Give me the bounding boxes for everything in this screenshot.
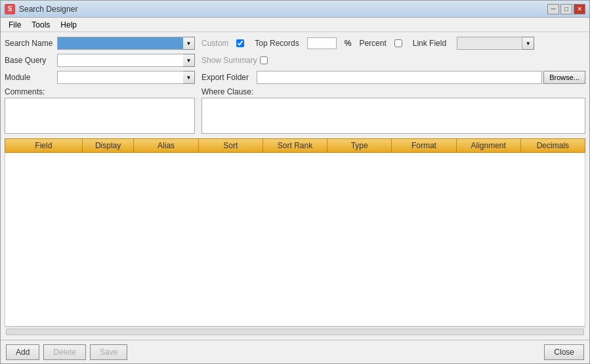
custom-row: Custom Top Records % Percent Link Field … xyxy=(201,36,585,51)
show-summary-checkbox[interactable] xyxy=(260,56,268,64)
comments-section: Comments: xyxy=(5,87,195,136)
bottom-bar: Add Delete Save Close xyxy=(1,340,589,363)
link-field-dropdown-btn[interactable]: ▼ xyxy=(522,37,534,50)
title-buttons: ─ □ ✕ xyxy=(547,4,585,14)
title-bar: S Search Designer ─ □ ✕ xyxy=(1,1,589,18)
link-field-dropdown-wrapper: ▼ xyxy=(457,37,534,50)
search-name-dropdown-wrapper: ▼ xyxy=(57,37,195,50)
main-window: S Search Designer ─ □ ✕ File Tools Help … xyxy=(0,0,590,364)
search-name-row: Search Name ▼ xyxy=(5,36,195,51)
show-summary-label: Show Summary xyxy=(201,56,257,65)
col-header-alignment[interactable]: Alignment xyxy=(457,139,521,152)
maximize-button[interactable]: □ xyxy=(560,4,572,14)
right-panel: Custom Top Records % Percent Link Field … xyxy=(201,36,585,136)
base-query-dropdown-btn[interactable]: ▼ xyxy=(183,54,195,67)
data-grid[interactable] xyxy=(5,153,585,327)
col-header-type[interactable]: Type xyxy=(327,139,392,152)
base-query-input[interactable] xyxy=(57,54,183,67)
percent-text-label: Percent xyxy=(359,39,386,48)
percent-checkbox[interactable] xyxy=(394,39,402,47)
base-query-row: Base Query ▼ xyxy=(5,53,195,68)
window-title: Search Designer xyxy=(19,5,547,14)
menu-tools[interactable]: Tools xyxy=(26,19,55,31)
base-query-dropdown-wrapper: ▼ xyxy=(57,54,195,67)
export-folder-input[interactable] xyxy=(257,71,542,84)
custom-label: Custom xyxy=(201,39,228,48)
save-button[interactable]: Save xyxy=(90,344,127,360)
menu-file[interactable]: File xyxy=(3,19,26,31)
module-dropdown-wrapper: ▼ xyxy=(57,71,195,84)
export-folder-row: Export Folder Browse... xyxy=(201,70,585,85)
delete-button[interactable]: Delete xyxy=(43,344,86,360)
menu-help[interactable]: Help xyxy=(55,19,82,31)
minimize-button[interactable]: ─ xyxy=(547,4,559,14)
top-section: Search Name ▼ Base Query ▼ Modul xyxy=(5,36,585,136)
col-header-field[interactable]: Field xyxy=(5,139,83,152)
col-header-decimals[interactable]: Decimals xyxy=(521,139,585,152)
search-name-dropdown-btn[interactable]: ▼ xyxy=(183,37,195,50)
col-header-format[interactable]: Format xyxy=(392,139,456,152)
module-input[interactable] xyxy=(57,71,183,84)
app-icon: S xyxy=(5,4,15,14)
show-summary-row: Show Summary xyxy=(201,53,585,68)
where-clause-section: Where Clause: xyxy=(201,87,585,136)
horizontal-scrollbar[interactable] xyxy=(6,329,584,335)
col-header-sort-rank[interactable]: Sort Rank xyxy=(263,139,327,152)
main-content: Search Name ▼ Base Query ▼ Modul xyxy=(1,32,589,340)
add-button[interactable]: Add xyxy=(6,344,39,360)
where-clause-label: Where Clause: xyxy=(201,87,585,96)
menu-bar: File Tools Help xyxy=(1,18,589,32)
horizontal-scrollbar-area xyxy=(5,327,585,336)
export-folder-label: Export Folder xyxy=(201,73,254,82)
close-button[interactable]: Close xyxy=(544,344,584,360)
link-field-label: Link Field xyxy=(413,39,446,48)
top-records-input[interactable] xyxy=(307,37,337,49)
percent-label: % xyxy=(345,39,352,48)
comments-label: Comments: xyxy=(5,87,195,96)
module-label: Module xyxy=(5,73,57,82)
left-panel: Search Name ▼ Base Query ▼ Modul xyxy=(5,36,195,136)
search-name-input[interactable] xyxy=(57,37,183,50)
col-header-sort[interactable]: Sort xyxy=(199,139,263,152)
bottom-left-buttons: Add Delete Save xyxy=(6,344,127,360)
base-query-label: Base Query xyxy=(5,56,57,65)
window-close-button[interactable]: ✕ xyxy=(574,4,585,14)
col-header-display[interactable]: Display xyxy=(83,139,135,152)
comments-textarea[interactable] xyxy=(5,98,195,134)
browse-button[interactable]: Browse... xyxy=(543,71,585,84)
link-field-input[interactable] xyxy=(457,37,522,50)
col-header-alias[interactable]: Alias xyxy=(134,139,198,152)
where-clause-textarea[interactable] xyxy=(201,98,585,134)
top-records-label: Top Records xyxy=(255,39,299,48)
search-name-label: Search Name xyxy=(5,39,57,48)
module-row: Module ▼ xyxy=(5,70,195,85)
custom-checkbox[interactable] xyxy=(236,39,244,47)
column-headers: Field Display Alias Sort Sort Rank Type … xyxy=(5,138,585,153)
module-dropdown-btn[interactable]: ▼ xyxy=(183,71,195,84)
